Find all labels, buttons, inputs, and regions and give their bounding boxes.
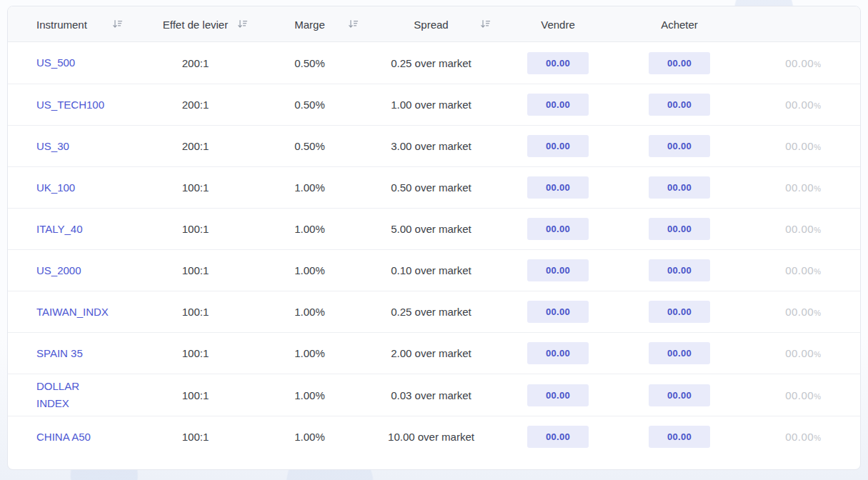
buy-price-button[interactable]: 00.00 xyxy=(649,342,710,364)
instrument-cell: ITALY_40 xyxy=(8,221,136,238)
leverage-value: 100:1 xyxy=(136,306,254,318)
column-header-margin[interactable]: Marge xyxy=(254,6,365,42)
percent-sign: % xyxy=(814,434,821,442)
column-header-instrument[interactable]: Instrument xyxy=(8,6,136,42)
percent-sign: % xyxy=(814,143,821,151)
change-number: 00.00 xyxy=(785,57,814,69)
percent-sign: % xyxy=(814,350,821,359)
sell-price-button[interactable]: 00.00 xyxy=(527,426,589,448)
leverage-value: 100:1 xyxy=(136,347,254,359)
sell-price-button[interactable]: 00.00 xyxy=(527,384,589,406)
sell-cell: 00.00 xyxy=(497,94,619,116)
instrument-link[interactable]: US_30 xyxy=(36,138,69,155)
instrument-link[interactable]: US_2000 xyxy=(36,262,81,279)
buy-price-button[interactable]: 00.00 xyxy=(649,259,710,281)
column-header-spread[interactable]: Spread xyxy=(365,6,497,42)
table-row: SPAIN 35 100:1 1.00% 2.00 over market 00… xyxy=(8,332,860,374)
instrument-cell: SPAIN 35 xyxy=(8,345,136,362)
instrument-link[interactable]: US_500 xyxy=(36,54,75,71)
column-label: Instrument xyxy=(36,19,87,31)
buy-price-button[interactable]: 00.00 xyxy=(649,218,710,240)
sell-price-button[interactable]: 00.00 xyxy=(527,52,589,74)
change-value: 00.00% xyxy=(740,181,860,194)
change-value: 00.00% xyxy=(740,264,860,276)
sell-price-button[interactable]: 00.00 xyxy=(527,176,589,199)
table-row: DOLLAR INDEX 100:1 1.00% 0.03 over marke… xyxy=(8,374,860,416)
spread-value: 0.03 over market xyxy=(365,389,497,401)
percent-sign: % xyxy=(814,226,821,234)
buy-price-button[interactable]: 00.00 xyxy=(649,301,710,323)
spread-value: 1.00 over market xyxy=(365,99,497,111)
spread-value: 10.00 over market xyxy=(365,431,497,443)
sort-descending-icon[interactable] xyxy=(479,19,492,31)
instrument-link[interactable]: DOLLAR INDEX xyxy=(36,378,108,412)
buy-price-button[interactable]: 00.00 xyxy=(649,384,710,406)
column-header-sell: Vendre xyxy=(497,6,619,42)
change-number: 00.00 xyxy=(785,306,814,318)
change-number: 00.00 xyxy=(785,347,814,359)
sell-price-button[interactable]: 00.00 xyxy=(527,301,589,323)
change-value: 00.00% xyxy=(740,431,860,443)
margin-value: 1.00% xyxy=(254,181,365,194)
column-header-buy: Acheter xyxy=(619,6,740,42)
sort-descending-icon[interactable] xyxy=(347,19,359,31)
sell-cell: 00.00 xyxy=(497,342,619,364)
sell-cell: 00.00 xyxy=(497,135,619,157)
sell-cell: 00.00 xyxy=(497,384,619,406)
buy-cell: 00.00 xyxy=(619,301,740,323)
change-number: 00.00 xyxy=(785,181,814,194)
column-label: Spread xyxy=(414,19,448,31)
buy-cell: 00.00 xyxy=(619,259,740,281)
change-value: 00.00% xyxy=(740,140,860,152)
margin-value: 1.00% xyxy=(254,389,365,401)
buy-price-button[interactable]: 00.00 xyxy=(649,426,710,448)
instrument-link[interactable]: SPAIN 35 xyxy=(36,345,83,362)
sell-price-button[interactable]: 00.00 xyxy=(527,259,589,281)
sell-price-button[interactable]: 00.00 xyxy=(527,135,589,157)
percent-sign: % xyxy=(814,267,821,276)
instrument-cell: CHINA A50 xyxy=(8,429,136,446)
percent-sign: % xyxy=(814,101,821,110)
leverage-value: 100:1 xyxy=(136,264,254,276)
percent-sign: % xyxy=(814,392,821,401)
change-value: 00.00% xyxy=(740,347,860,359)
buy-price-button[interactable]: 00.00 xyxy=(649,52,710,74)
sort-descending-icon[interactable] xyxy=(236,19,249,31)
margin-value: 0.50% xyxy=(254,140,365,152)
buy-price-button[interactable]: 00.00 xyxy=(649,94,710,116)
sell-cell: 00.00 xyxy=(497,176,619,199)
margin-value: 1.00% xyxy=(254,306,365,318)
sell-price-button[interactable]: 00.00 xyxy=(527,218,589,240)
instrument-cell: TAIWAN_INDX xyxy=(8,304,136,321)
column-header-change xyxy=(740,6,860,42)
sell-price-button[interactable]: 00.00 xyxy=(527,342,589,364)
sell-price-button[interactable]: 00.00 xyxy=(527,94,589,116)
leverage-value: 200:1 xyxy=(136,57,254,69)
change-value: 00.00% xyxy=(740,389,860,401)
column-header-leverage[interactable]: Effet de levier xyxy=(136,6,254,42)
instrument-link[interactable]: ITALY_40 xyxy=(36,221,82,238)
instrument-link[interactable]: UK_100 xyxy=(36,179,75,196)
percent-sign: % xyxy=(814,309,821,317)
instrument-cell: US_2000 xyxy=(8,262,136,279)
instrument-cell: US_30 xyxy=(8,138,136,155)
instrument-link[interactable]: TAIWAN_INDX xyxy=(36,304,108,321)
buy-cell: 00.00 xyxy=(619,384,740,406)
instrument-link[interactable]: CHINA A50 xyxy=(36,429,91,446)
leverage-value: 100:1 xyxy=(136,389,254,401)
column-label: Acheter xyxy=(661,19,698,31)
table-row: ITALY_40 100:1 1.00% 5.00 over market 00… xyxy=(8,208,860,249)
buy-price-button[interactable]: 00.00 xyxy=(649,176,710,199)
spread-value: 3.00 over market xyxy=(365,140,497,152)
sort-descending-icon[interactable] xyxy=(111,19,124,31)
instrument-cell: US_500 xyxy=(8,54,136,71)
margin-value: 1.00% xyxy=(254,223,365,235)
buy-cell: 00.00 xyxy=(619,176,740,199)
buy-cell: 00.00 xyxy=(619,52,740,74)
spread-value: 0.25 over market xyxy=(365,57,497,69)
buy-price-button[interactable]: 00.00 xyxy=(649,135,710,157)
instrument-link[interactable]: US_TECH100 xyxy=(36,96,104,114)
column-label: Effet de levier xyxy=(163,19,228,31)
table-row: UK_100 100:1 1.00% 0.50 over market 00.0… xyxy=(8,166,860,208)
sell-cell: 00.00 xyxy=(497,259,619,281)
